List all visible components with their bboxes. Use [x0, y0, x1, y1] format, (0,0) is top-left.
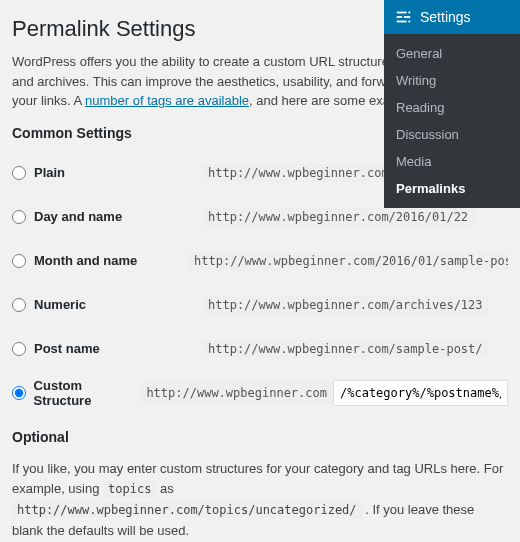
- option-month-name[interactable]: Month and name: [12, 253, 188, 268]
- settings-submenu: General Writing Reading Discussion Media…: [384, 34, 520, 208]
- option-custom[interactable]: Custom Structure: [12, 378, 140, 408]
- submenu-item-permalinks[interactable]: Permalinks: [384, 175, 520, 202]
- radio-month-name[interactable]: [12, 254, 26, 268]
- option-numeric[interactable]: Numeric: [12, 297, 202, 312]
- optional-desc-text2: as: [156, 481, 173, 496]
- option-label: Post name: [34, 341, 100, 356]
- option-post-name[interactable]: Post name: [12, 341, 202, 356]
- radio-custom[interactable]: [12, 386, 26, 400]
- admin-settings-menu: Settings General Writing Reading Discuss…: [384, 0, 520, 208]
- option-label: Day and name: [34, 209, 122, 224]
- example-post-name: http://www.wpbeginner.com/sample-post/: [202, 340, 489, 358]
- custom-structure-input[interactable]: [333, 380, 508, 406]
- option-row-numeric: Numeric http://www.wpbeginner.com/archiv…: [12, 287, 508, 323]
- radio-plain[interactable]: [12, 166, 26, 180]
- svg-rect-4: [397, 21, 407, 23]
- settings-icon: [394, 8, 412, 26]
- svg-rect-1: [408, 12, 410, 14]
- menu-header-label: Settings: [420, 9, 471, 25]
- option-row-month-name: Month and name http://www.wpbeginner.com…: [12, 243, 508, 279]
- submenu-item-discussion[interactable]: Discussion: [384, 121, 520, 148]
- option-day-name[interactable]: Day and name: [12, 209, 202, 224]
- option-label: Month and name: [34, 253, 137, 268]
- optional-heading: Optional: [12, 429, 508, 445]
- radio-numeric[interactable]: [12, 298, 26, 312]
- example-month-name: http://www.wpbeginner.com/2016/01/sample…: [188, 252, 508, 270]
- optional-code-topics: topics: [103, 481, 156, 497]
- svg-rect-5: [408, 21, 410, 23]
- optional-code-url: http://www.wpbeginner.com/topics/uncateg…: [12, 502, 362, 518]
- intro-text-after: , and here are some exam: [249, 93, 401, 108]
- example-day-name: http://www.wpbeginner.com/2016/01/22: [202, 208, 474, 226]
- example-numeric: http://www.wpbeginner.com/archives/123: [202, 296, 489, 314]
- svg-rect-0: [397, 12, 407, 14]
- submenu-item-reading[interactable]: Reading: [384, 94, 520, 121]
- option-label: Custom Structure: [34, 378, 141, 408]
- submenu-item-media[interactable]: Media: [384, 148, 520, 175]
- radio-post-name[interactable]: [12, 342, 26, 356]
- submenu-item-general[interactable]: General: [384, 40, 520, 67]
- svg-rect-3: [404, 16, 410, 18]
- optional-description: If you like, you may enter custom struct…: [12, 459, 508, 542]
- submenu-item-writing[interactable]: Writing: [384, 67, 520, 94]
- menu-header-settings[interactable]: Settings: [384, 0, 520, 34]
- option-label: Numeric: [34, 297, 86, 312]
- svg-rect-2: [397, 16, 402, 18]
- tags-available-link[interactable]: number of tags are available: [85, 93, 249, 108]
- radio-day-name[interactable]: [12, 210, 26, 224]
- option-plain[interactable]: Plain: [12, 165, 202, 180]
- optional-desc-text: If you like, you may enter custom struct…: [12, 461, 503, 497]
- option-row-custom: Custom Structure http://www.wpbeginner.c…: [12, 375, 508, 411]
- custom-base-url: http://www.wpbeginner.com: [140, 382, 333, 404]
- option-row-post-name: Post name http://www.wpbeginner.com/samp…: [12, 331, 508, 367]
- option-label: Plain: [34, 165, 65, 180]
